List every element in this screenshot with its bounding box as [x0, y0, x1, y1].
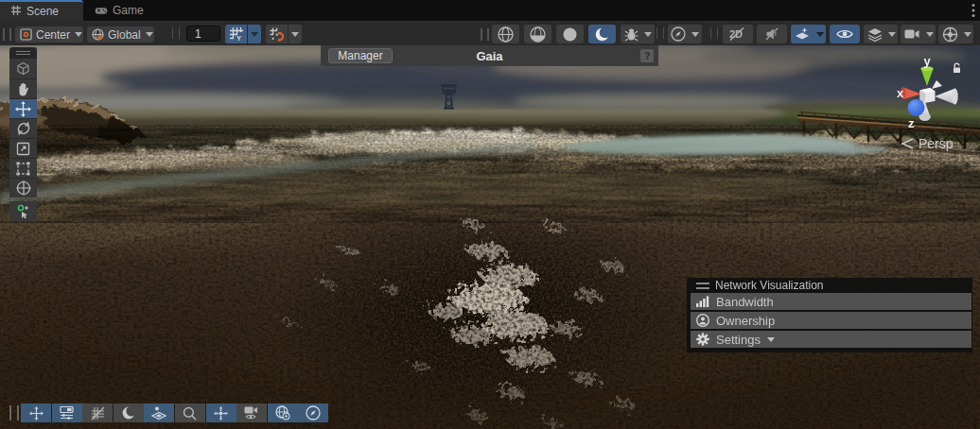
svg-text:y: y: [924, 54, 932, 68]
svg-text:Y: Y: [236, 34, 241, 42]
svg-text:z: z: [908, 116, 915, 130]
svg-text:x: x: [897, 86, 904, 100]
